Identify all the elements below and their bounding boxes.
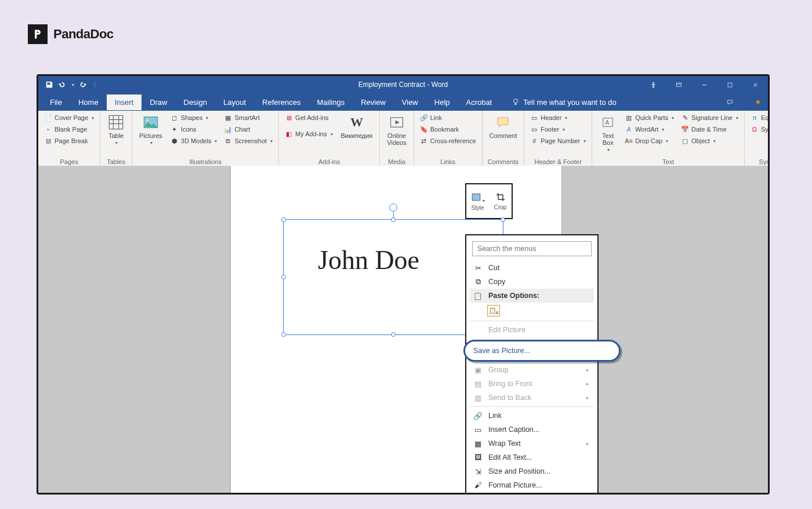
header-button[interactable]: ▭Header▾ (528, 112, 588, 123)
table-button[interactable]: Table▾ (104, 112, 128, 147)
object-button[interactable]: ▢Object▾ (679, 136, 741, 146)
redo-icon[interactable] (79, 81, 87, 89)
textbox-button[interactable]: A Text Box▾ (596, 112, 620, 154)
ctx-format-picture[interactable]: 🖌Format Picture... (470, 478, 594, 492)
format-icon: 🖌 (473, 481, 483, 490)
tab-insert[interactable]: Insert (107, 94, 142, 110)
icons-button[interactable]: ✦Icons (168, 124, 220, 134)
resize-handle[interactable] (391, 332, 396, 337)
bookmark-button[interactable]: 🔖Bookmark (418, 124, 478, 134)
paste-keep-text-button[interactable]: 📋A (487, 305, 500, 317)
tab-acrobat[interactable]: Acrobat (458, 94, 501, 110)
document-area[interactable]: ▾ Style Crop John Doe (38, 166, 768, 493)
size-icon: ⇲ (473, 467, 483, 476)
blank-page-button[interactable]: ▫Blank Page (42, 124, 96, 134)
tab-home[interactable]: Home (70, 94, 107, 110)
group-addins: ⊞Get Add-ins ◧My Add-ins▾ W Википедия Ad… (279, 111, 380, 167)
signature-line-button[interactable]: ✎Signature Line▾ (679, 112, 741, 123)
minimize-button[interactable] (691, 76, 717, 93)
svg-text:A: A (606, 119, 610, 126)
crop-button[interactable]: Crop (489, 184, 512, 218)
tab-help[interactable]: Help (426, 94, 458, 110)
resize-handle[interactable] (281, 332, 286, 337)
ctx-save-as-picture[interactable]: Save as Picture... (463, 340, 621, 362)
bookmark-icon: 🔖 (420, 125, 428, 133)
chart-button[interactable]: 📊Chart (222, 124, 275, 134)
wordart-button[interactable]: AWordArt▾ (622, 124, 676, 134)
cover-page-button[interactable]: 📄Cover Page▾ (42, 112, 96, 123)
cube-icon: ⬢ (171, 137, 179, 145)
footer-button[interactable]: ▭Footer▾ (528, 124, 588, 134)
style-button[interactable]: ▾ Style (466, 184, 489, 218)
document-title: Employment Contract - Word (358, 81, 448, 89)
tab-view[interactable]: View (394, 94, 426, 110)
tab-layout[interactable]: Layout (215, 94, 254, 110)
ctx-insert-caption[interactable]: ▭Insert Caption... (470, 423, 594, 437)
svg-rect-2 (728, 83, 732, 87)
symbol-button[interactable]: ΩSymbol▾ (748, 124, 770, 134)
close-button[interactable] (742, 76, 768, 93)
menu-search[interactable] (472, 241, 592, 256)
ctx-cut[interactable]: ✂Cut (470, 261, 594, 275)
paste-options-row: 📋A (484, 303, 594, 319)
page-break-button[interactable]: ⊟Page Break (42, 136, 96, 146)
menu-search-input[interactable] (472, 241, 592, 256)
context-menu: ✂Cut ⧉Copy 📋Paste Options: 📋A Edit Pictu… (465, 234, 599, 493)
my-addins-button[interactable]: ◧My Add-ins▾ (282, 129, 335, 139)
group-media: Online Videos Media (380, 111, 414, 167)
tab-references[interactable]: References (254, 94, 309, 110)
ctx-edit-alt[interactable]: 🖼Edit Alt Text... (470, 450, 594, 464)
tab-review[interactable]: Review (353, 94, 394, 110)
resize-handle[interactable] (281, 275, 286, 279)
resize-handle[interactable] (281, 217, 286, 222)
accessibility-icon[interactable] (640, 76, 666, 93)
smartart-button[interactable]: ▦SmartArt (222, 112, 275, 123)
ribbon-display-icon[interactable] (666, 76, 691, 93)
ctx-link[interactable]: 🔗Link (470, 409, 594, 423)
comment-button[interactable]: Comment (486, 112, 521, 140)
tab-design[interactable]: Design (176, 94, 215, 110)
brand-name: PandaDoc (53, 27, 114, 42)
datetime-button[interactable]: 📅Date & Time (679, 124, 741, 134)
online-videos-button[interactable]: Online Videos (383, 112, 409, 147)
tab-draw[interactable]: Draw (142, 94, 175, 110)
screenshot-button[interactable]: ⧉Screenshot▾ (222, 136, 275, 146)
comments-icon[interactable] (717, 93, 742, 111)
equation-button[interactable]: πEquation▾ (748, 112, 770, 123)
undo-dropdown[interactable]: ▾ (72, 82, 74, 88)
store-icon: ⊞ (285, 114, 293, 122)
shapes-button[interactable]: ◻Shapes▾ (168, 112, 220, 123)
caption-icon: ▭ (473, 425, 483, 434)
ctx-size-position[interactable]: ⇲Size and Position... (470, 464, 594, 478)
page-number-button[interactable]: #Page Number▾ (528, 136, 588, 146)
quickparts-button[interactable]: ▥Quick Parts▾ (622, 112, 676, 123)
ctx-copy[interactable]: ⧉Copy (470, 275, 594, 289)
maximize-button[interactable] (717, 76, 742, 93)
group-symbols: πEquation▾ ΩSymbol▾ Symbols (745, 111, 770, 167)
pictures-icon (142, 114, 160, 131)
3d-models-button[interactable]: ⬢3D Models▾ (168, 136, 220, 146)
group-links: 🔗Link 🔖Bookmark ⇄Cross-reference Links (414, 111, 483, 167)
group-header-footer: ▭Header▾ ▭Footer▾ #Page Number▾ Header &… (524, 111, 592, 167)
rotate-handle[interactable] (389, 203, 397, 212)
ctx-group: ▣Group▸ (470, 363, 594, 377)
save-icon[interactable] (45, 81, 53, 89)
wikipedia-button[interactable]: W Википедия (338, 112, 376, 140)
shapes-icon: ◻ (171, 114, 179, 122)
resize-handle[interactable] (501, 217, 505, 222)
comment-icon (494, 114, 512, 131)
header-icon: ▭ (530, 114, 538, 122)
tab-mailings[interactable]: Mailings (309, 94, 353, 110)
get-addins-button[interactable]: ⊞Get Add-ins (282, 112, 335, 123)
link-button[interactable]: 🔗Link (418, 112, 478, 123)
crossref-button[interactable]: ⇄Cross-reference (418, 136, 478, 146)
ctx-send-back: ▥Send to Back▸ (470, 391, 594, 405)
addins-icon: ◧ (285, 130, 293, 138)
pictures-button[interactable]: Pictures▾ (136, 112, 166, 147)
tab-file[interactable]: File (42, 94, 70, 110)
dropcap-button[interactable]: A≡Drop Cap▾ (622, 136, 676, 146)
tell-me-search[interactable]: Tell me what you want to do (512, 98, 616, 107)
resize-handle[interactable] (391, 217, 396, 222)
undo-icon[interactable] (58, 81, 66, 89)
ctx-wrap-text[interactable]: ▦Wrap Text▸ (470, 437, 594, 450)
